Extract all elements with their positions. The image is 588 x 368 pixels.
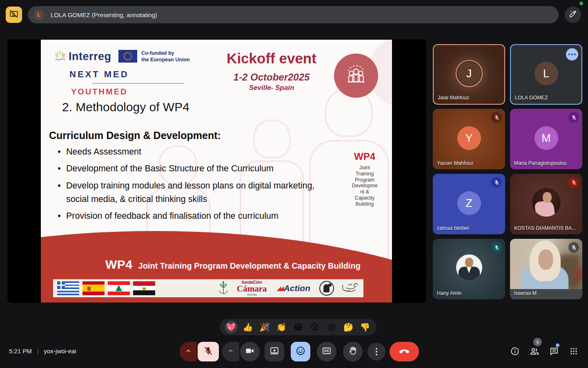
- chevron-up-icon: [227, 347, 235, 357]
- flag-greece: [57, 281, 79, 295]
- reaction-thumbs-down[interactable]: 👎: [359, 321, 372, 334]
- avatar: Y: [457, 126, 481, 150]
- next-med-label: NEXT MED: [69, 69, 129, 80]
- interreg-sun-icon: [54, 50, 66, 64]
- reaction-laugh[interactable]: 😂: [292, 321, 305, 334]
- participant-tile-hawraa[interactable]: hawraa M: [510, 239, 582, 299]
- banner-text: Joint Training Program Development & Cap…: [138, 261, 361, 271]
- hand-icon: [348, 346, 358, 357]
- mic-options-button[interactable]: [180, 342, 197, 361]
- mic-off-badge: [568, 177, 579, 188]
- reaction-thinking[interactable]: 🤔: [342, 321, 355, 334]
- mic-off-badge: [568, 242, 579, 253]
- flag-egypt: [133, 281, 155, 295]
- cc-icon: [322, 346, 332, 357]
- camera-options-button[interactable]: [222, 342, 239, 361]
- people-button[interactable]: [529, 347, 540, 357]
- camera-active-dot: [579, 2, 583, 5]
- banner: WP4 Joint Training Program Development &…: [105, 258, 361, 272]
- pen-sparkle-icon: [568, 9, 578, 20]
- present-button[interactable]: [265, 342, 284, 361]
- mic-off-badge: [491, 177, 502, 188]
- bullet-list: •Needs Assessment •Development of the Ba…: [52, 145, 338, 227]
- video-background: [576, 269, 582, 280]
- participant-tile-hany[interactable]: Hany Amin: [433, 239, 505, 299]
- reaction-clap[interactable]: 👏: [275, 321, 288, 334]
- presenter-avatar: L: [33, 9, 44, 20]
- action-logo: ◢◢ Action: [277, 283, 310, 293]
- chevron-up-icon: [184, 347, 192, 357]
- participant-name: zahraa bleibel: [437, 225, 469, 231]
- avatar: L: [535, 62, 558, 85]
- presenter-label: LOLA GOMEZ (Presenting, annotating): [51, 11, 157, 18]
- call-controls: [180, 342, 419, 361]
- participant-name: Jalal Mahfouz: [438, 95, 469, 101]
- mute-button[interactable]: [198, 342, 219, 361]
- participant-tile-kostas[interactable]: KOSTAS DIAMANTIS BA...: [510, 174, 582, 234]
- more-options-button[interactable]: [368, 343, 385, 361]
- event-location: Seville- Spain: [206, 84, 337, 92]
- reaction-surprised[interactable]: 😮: [308, 321, 321, 334]
- participant-video: [538, 249, 553, 270]
- raise-hand-button[interactable]: [343, 342, 363, 361]
- apps-button[interactable]: [568, 347, 579, 357]
- logo-strip: fundaCión Cámara Sevilla ◢◢ Action: [53, 279, 363, 297]
- plant-logo: [217, 280, 229, 296]
- phone-down-icon: [399, 345, 410, 358]
- participant-tile-maria[interactable]: M Maria Panagiotopoulou: [510, 109, 582, 169]
- chat-button[interactable]: [549, 347, 559, 357]
- wp-description-line: Capacity: [345, 195, 384, 201]
- avatar: M: [535, 126, 558, 150]
- info-icon: [510, 346, 520, 358]
- wp-sidebar: WP4 Joint Training Program Developme nt …: [345, 151, 384, 207]
- participant-tile-lola[interactable]: L LOLA GOMEZ: [510, 44, 582, 105]
- participant-name: hawraa M: [514, 290, 537, 296]
- camera-button[interactable]: [240, 342, 260, 361]
- mic-off-badge: [568, 112, 579, 123]
- participant-name: Hany Amin: [437, 290, 461, 296]
- wp-description-line: nt &: [345, 189, 384, 195]
- mic-off-icon: [203, 346, 213, 357]
- captions-button[interactable]: [317, 342, 336, 361]
- reaction-party[interactable]: 🎉: [258, 321, 271, 334]
- participant-tile-jalal[interactable]: J Jalal Mahfouz: [433, 44, 505, 105]
- wp-description-line: Training: [345, 171, 384, 177]
- info-button[interactable]: [510, 347, 520, 357]
- end-call-button[interactable]: [390, 342, 419, 361]
- participant-tile-yasser[interactable]: Y Yasser Mahfouz: [433, 109, 505, 169]
- annotation-toggle-button[interactable]: [6, 7, 22, 23]
- reactions-toggle-button[interactable]: [291, 342, 310, 361]
- chat-icon: [549, 346, 559, 358]
- clock-label: 5:21 PM: [9, 348, 32, 355]
- header-divider: [92, 83, 184, 84]
- reactions-bar: 💖 👍 🎉 👏 😂 😮 😢 🤔 👎: [220, 319, 376, 335]
- reaction-thumbs-up[interactable]: 👍: [241, 321, 254, 334]
- project-label: YOUTHMED: [71, 87, 127, 96]
- bullet-dot: •: [52, 145, 66, 159]
- wp-description-line: Program: [345, 177, 384, 183]
- avatar: J: [457, 62, 481, 85]
- participant-name: Maria Panagiotopoulou: [514, 160, 567, 166]
- reaction-cry[interactable]: 😢: [325, 321, 338, 334]
- participant-name: LOLA GOMEZ: [515, 95, 548, 101]
- circle-logo: [319, 281, 334, 296]
- slide-title: 2. Methodology of WP4: [62, 100, 189, 114]
- annotate-button[interactable]: [565, 7, 581, 23]
- separator: |: [37, 348, 39, 355]
- participant-tile-zahraa[interactable]: Z zahraa bleibel: [433, 174, 505, 234]
- arabic-calligraphy-logo: [341, 281, 359, 295]
- bullet-item: •Provision of feedback and finalisation …: [52, 209, 338, 223]
- mic-off-badge: [491, 112, 502, 123]
- tile-menu-button[interactable]: [566, 48, 578, 61]
- reaction-heart[interactable]: 💖: [225, 321, 238, 334]
- cofunded-label: Co-funded by the European Union: [141, 50, 190, 63]
- avatar: Z: [457, 191, 481, 215]
- meeting-code: yox-jwoi-eai: [44, 348, 76, 355]
- section-heading: Curriculum Design & Development:: [49, 130, 221, 141]
- presenter-pill[interactable]: L LOLA GOMEZ (Presenting, annotating): [28, 6, 559, 23]
- camera-icon: [245, 346, 255, 357]
- mic-off-badge: [491, 242, 502, 253]
- bullet-item: •Develop training modules and lesson pla…: [52, 179, 338, 206]
- bullet-item: •Development of the Basic Structure of t…: [52, 162, 338, 175]
- bullet-item: •Needs Assessment: [52, 145, 338, 159]
